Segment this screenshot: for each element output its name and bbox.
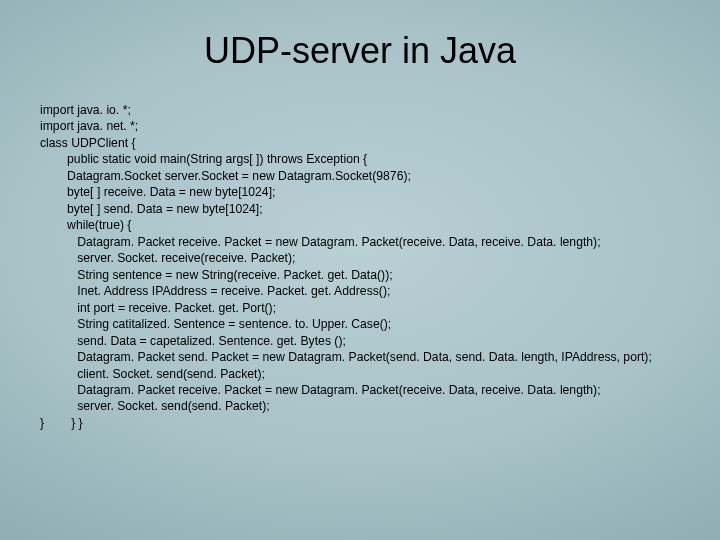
slide: UDP-server in Java import java. io. *; i… [0, 0, 720, 540]
code-line: server. Socket. receive(receive. Packet)… [40, 251, 295, 265]
code-line: Datagram. Packet receive. Packet = new D… [40, 383, 601, 397]
code-line: byte[ ] receive. Data = new byte[1024]; [40, 185, 275, 199]
code-line: class UDPClient { [40, 136, 136, 150]
code-line: client. Socket. send(send. Packet); [40, 367, 265, 381]
code-line: import java. io. *; [40, 103, 131, 117]
code-line: import java. net. *; [40, 119, 138, 133]
code-line: server. Socket. send(send. Packet); [40, 399, 270, 413]
code-line: byte[ ] send. Data = new byte[1024]; [40, 202, 263, 216]
code-line: String catitalized. Sentence = sentence.… [40, 317, 391, 331]
code-block: import java. io. *; import java. net. *;… [40, 102, 680, 431]
code-line: Datagram.Socket server.Socket = new Data… [40, 169, 411, 183]
code-line: Datagram. Packet receive. Packet = new D… [40, 235, 601, 249]
code-line: public static void main(String args[ ]) … [40, 152, 367, 166]
code-line: while(true) { [40, 218, 131, 232]
code-line: Inet. Address IPAddress = receive. Packe… [40, 284, 390, 298]
code-line: send. Data = capetalized. Sentence. get.… [40, 334, 346, 348]
code-line: String sentence = new String(receive. Pa… [40, 268, 393, 282]
code-line: } } } [40, 416, 83, 430]
code-line: int port = receive. Packet. get. Port(); [40, 301, 276, 315]
slide-title: UDP-server in Java [40, 30, 680, 72]
code-line: Datagram. Packet send. Packet = new Data… [40, 350, 652, 364]
